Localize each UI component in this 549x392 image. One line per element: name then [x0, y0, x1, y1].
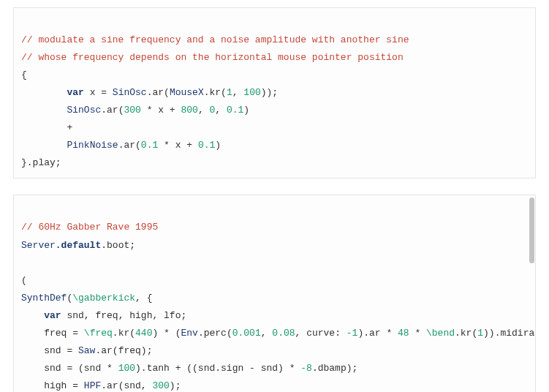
code-block-2: // 60Hz Gabber Rave 1995 Server.default.… — [13, 195, 536, 392]
code-comment: // whose frequency depends on the horizo… — [21, 52, 404, 63]
code-line: SinOsc.ar(300 * x + 800, 0, 0.1) — [21, 105, 249, 116]
code-line: var snd, freq, high, lfo; — [21, 310, 186, 321]
code-line: var x = SinOsc.ar(MouseX.kr(1, 100)); — [21, 87, 278, 98]
code-blank-line — [21, 257, 27, 268]
code-line: snd = Saw.ar(freq); — [21, 345, 152, 356]
code-line: { — [21, 69, 27, 80]
code-line: high = HPF.ar(snd, 300); — [21, 380, 181, 391]
code-line: SynthDef(\gabberkick, { — [21, 293, 152, 304]
code-line: + — [21, 122, 72, 133]
code-line: Server.default.boot; — [21, 240, 135, 251]
code-line: freq = \freq.kr(440) * (Env.perc(0.001, … — [21, 328, 536, 339]
code-block-2-wrap: // 60Hz Gabber Rave 1995 Server.default.… — [13, 195, 536, 392]
code-line: PinkNoise.ar(0.1 * x + 0.1) — [21, 140, 221, 151]
code-line: snd = (snd * 100).tanh + ((snd.sign - sn… — [21, 363, 357, 374]
code-line: ( — [21, 275, 27, 286]
code-line: }.play; — [21, 157, 61, 168]
code-block-1: // modulate a sine frequency and a noise… — [13, 7, 536, 178]
scrollbar-track[interactable] — [529, 197, 534, 392]
scrollbar-thumb[interactable] — [529, 197, 534, 263]
code-comment: // 60Hz Gabber Rave 1995 — [21, 222, 158, 233]
code-comment: // modulate a sine frequency and a noise… — [21, 34, 409, 45]
